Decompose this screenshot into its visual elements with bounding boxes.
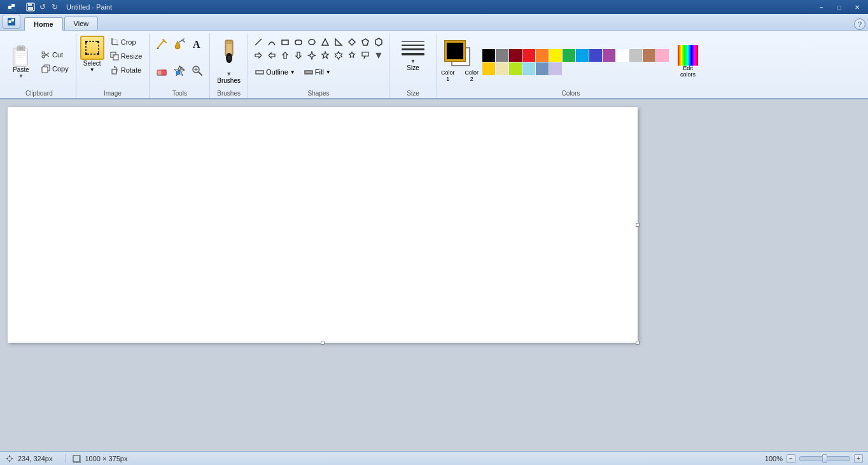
- palette-color-19[interactable]: [549, 62, 562, 75]
- shape-arrow-right[interactable]: [252, 49, 265, 62]
- svg-marker-68: [269, 53, 275, 58]
- palette-color-12[interactable]: [643, 49, 655, 62]
- svg-rect-26: [85, 53, 87, 55]
- palette-color-0[interactable]: [482, 49, 495, 62]
- palette-color-10[interactable]: [616, 49, 629, 62]
- svg-line-41: [183, 40, 185, 42]
- shape-rounded-rect[interactable]: [292, 36, 305, 48]
- shape-right-triangle[interactable]: [332, 36, 345, 48]
- fill-shape-button[interactable]: Fill ▼: [301, 66, 334, 78]
- palette-color-16[interactable]: [509, 62, 522, 75]
- save-quick-btn[interactable]: [25, 2, 36, 12]
- tab-view[interactable]: View: [64, 17, 99, 30]
- shape-ellipse[interactable]: [305, 36, 318, 48]
- size-content: ▼ Size: [393, 33, 433, 88]
- palette-color-14[interactable]: [482, 62, 495, 75]
- crop-button[interactable]: Crop: [107, 36, 146, 48]
- select-button[interactable]: [80, 36, 104, 60]
- shape-star5[interactable]: [319, 49, 332, 62]
- shape-arrow-down[interactable]: [292, 49, 305, 62]
- palette-color-11[interactable]: [629, 49, 642, 62]
- shape-hexagon[interactable]: [372, 36, 385, 48]
- shape-arrow-up[interactable]: [279, 49, 291, 62]
- color-picker-button[interactable]: [171, 62, 188, 79]
- palette-color-9[interactable]: [603, 49, 615, 62]
- colors-content: Color1 Color2: [441, 33, 701, 88]
- maximize-button[interactable]: □: [831, 1, 848, 13]
- zoom-level-text: 100%: [765, 455, 783, 462]
- palette-color-13[interactable]: [656, 49, 669, 62]
- edit-colors-button[interactable]: Editcolors: [675, 43, 701, 81]
- palette-color-6[interactable]: [563, 49, 575, 62]
- text-button[interactable]: A: [189, 36, 206, 52]
- zoom-in-button[interactable]: +: [854, 454, 863, 463]
- outline-button[interactable]: Outline ▼: [252, 66, 298, 78]
- resize-button[interactable]: Resize: [107, 50, 146, 62]
- svg-rect-55: [227, 44, 232, 54]
- shape-triangle[interactable]: [319, 36, 332, 48]
- shape-speech-bubble[interactable]: [359, 49, 372, 62]
- shape-line[interactable]: [252, 36, 265, 48]
- svg-rect-5: [28, 7, 33, 10]
- close-button[interactable]: ✕: [849, 1, 865, 13]
- paste-button[interactable]: Paste ▼: [6, 41, 36, 82]
- palette-color-18[interactable]: [536, 62, 549, 75]
- tools-label: Tools: [153, 88, 206, 98]
- shapes-content: ▼ Outline ▼ Fill ▼: [252, 33, 385, 88]
- shapes-group: ▼ Outline ▼ Fill ▼ Shapes: [248, 33, 389, 98]
- shape-star4[interactable]: [305, 49, 318, 62]
- zoom-tool-button[interactable]: [189, 62, 206, 79]
- tab-home[interactable]: Home: [24, 17, 63, 31]
- canvas-area[interactable]: [0, 99, 868, 451]
- canvas[interactable]: [8, 107, 638, 343]
- eraser-button[interactable]: [153, 62, 170, 79]
- color1-swatch[interactable]: [445, 41, 465, 61]
- shape-rounded-star[interactable]: [346, 49, 358, 62]
- shape-arrow-left[interactable]: [265, 49, 278, 62]
- palette-color-7[interactable]: [576, 49, 589, 62]
- svg-rect-22: [42, 67, 48, 73]
- help-button[interactable]: ?: [854, 18, 865, 30]
- minimize-button[interactable]: −: [813, 1, 830, 13]
- shape-star6[interactable]: [332, 49, 345, 62]
- svg-marker-67: [255, 53, 262, 58]
- canvas-handle-bottom-right[interactable]: [636, 341, 640, 345]
- outline-label: Outline: [266, 68, 288, 76]
- undo-quick-btn[interactable]: ↺: [38, 2, 48, 12]
- canvas-handle-right[interactable]: [636, 223, 640, 227]
- app-menu-button[interactable]: [3, 0, 20, 14]
- tools-group: A: [150, 33, 210, 98]
- zoom-slider-thumb[interactable]: [822, 454, 827, 463]
- shape-diamond[interactable]: [346, 36, 358, 48]
- brushes-button[interactable]: ▼ Brushes: [214, 36, 244, 87]
- redo-quick-btn[interactable]: ↻: [50, 2, 60, 12]
- zoom-out-button[interactable]: −: [787, 454, 795, 463]
- rotate-button[interactable]: Rotate: [107, 64, 146, 76]
- shape-curve[interactable]: [265, 36, 278, 48]
- size-button[interactable]: ▼ Size: [393, 36, 433, 75]
- window-controls: − □ ✕: [813, 1, 865, 13]
- svg-rect-74: [256, 71, 263, 74]
- palette-color-15[interactable]: [496, 62, 508, 75]
- color1-label: Color1: [441, 70, 455, 83]
- palette-color-17[interactable]: [522, 62, 535, 75]
- canvas-handle-bottom[interactable]: [321, 341, 325, 345]
- cut-button[interactable]: Cut: [38, 48, 72, 61]
- palette-color-8[interactable]: [589, 49, 602, 62]
- palette-color-2[interactable]: [509, 49, 522, 62]
- shape-rect[interactable]: [279, 36, 291, 48]
- shape-more[interactable]: ▼: [372, 49, 385, 62]
- svg-marker-66: [375, 38, 382, 46]
- fill-button[interactable]: [171, 36, 188, 52]
- shape-pentagon[interactable]: [359, 36, 372, 48]
- svg-marker-62: [322, 39, 328, 45]
- zoom-slider-track[interactable]: [799, 456, 850, 461]
- palette-color-3[interactable]: [522, 49, 535, 62]
- size-line-4: [402, 53, 424, 55]
- palette-color-5[interactable]: [549, 49, 562, 62]
- palette-color-1[interactable]: [496, 49, 508, 62]
- copy-button[interactable]: Copy: [38, 62, 72, 75]
- palette-color-4[interactable]: [536, 49, 549, 62]
- app-menu-tab-button[interactable]: [3, 15, 20, 29]
- pencil-button[interactable]: [153, 36, 170, 52]
